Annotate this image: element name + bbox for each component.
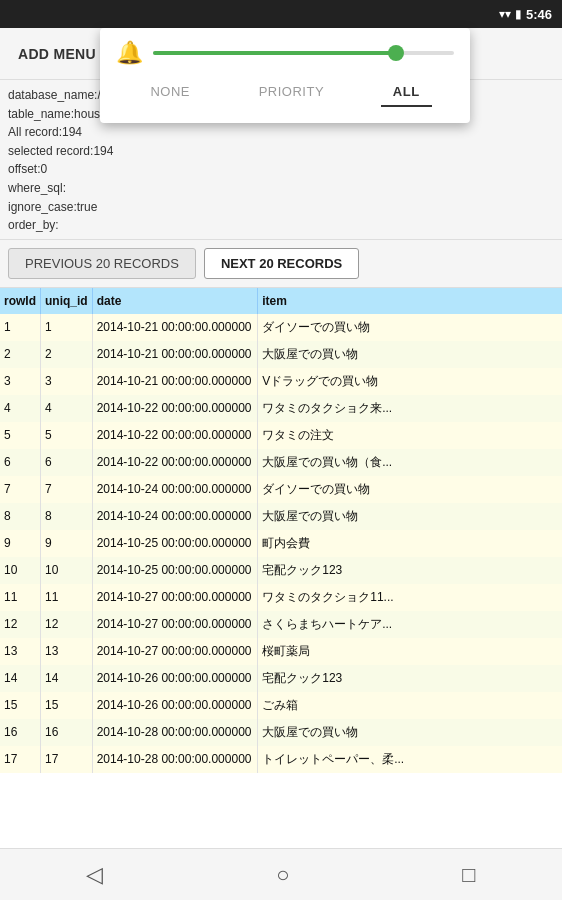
cell-item: さくらまちハートケア... bbox=[258, 611, 562, 638]
table-row[interactable]: 14142014-10-26 00:00:00.000000宅配クック123 bbox=[0, 665, 562, 692]
table-row[interactable]: 882014-10-24 00:00:00.000000大阪屋での買い物 bbox=[0, 503, 562, 530]
cell-item: 大阪屋での買い物 bbox=[258, 719, 562, 746]
cell-rowid: 17 bbox=[0, 746, 41, 773]
tab-all[interactable]: ALL bbox=[381, 78, 432, 107]
notification-tabs: NONE PRIORITY ALL bbox=[100, 74, 470, 107]
cell-item: ダイソーでの買い物 bbox=[258, 476, 562, 503]
cell-uniqid: 11 bbox=[41, 584, 93, 611]
tab-none[interactable]: NONE bbox=[138, 78, 202, 107]
cell-uniqid: 16 bbox=[41, 719, 93, 746]
cell-date: 2014-10-21 00:00:00.000000 bbox=[92, 368, 258, 395]
slider-thumb bbox=[388, 45, 404, 61]
info-selected-record: selected record:194 bbox=[8, 142, 554, 161]
cell-rowid: 9 bbox=[0, 530, 41, 557]
nav-buttons: PREVIOUS 20 RECORDS NEXT 20 RECORDS bbox=[0, 240, 562, 288]
cell-date: 2014-10-28 00:00:00.000000 bbox=[92, 719, 258, 746]
table-row[interactable]: 772014-10-24 00:00:00.000000ダイソーでの買い物 bbox=[0, 476, 562, 503]
cell-item: 町内会費 bbox=[258, 530, 562, 557]
cell-item: 宅配クック123 bbox=[258, 557, 562, 584]
table-header-row: rowId uniq_id date item bbox=[0, 288, 562, 314]
cell-date: 2014-10-26 00:00:00.000000 bbox=[92, 692, 258, 719]
cell-rowid: 1 bbox=[0, 314, 41, 341]
table-row[interactable]: 13132014-10-27 00:00:00.000000桜町薬局 bbox=[0, 638, 562, 665]
tab-priority[interactable]: PRIORITY bbox=[247, 78, 336, 107]
table-row[interactable]: 10102014-10-25 00:00:00.000000宅配クック123 bbox=[0, 557, 562, 584]
cell-rowid: 8 bbox=[0, 503, 41, 530]
data-table: rowId uniq_id date item 112014-10-21 00:… bbox=[0, 288, 562, 773]
cell-item: 大阪屋での買い物 bbox=[258, 341, 562, 368]
cell-rowid: 7 bbox=[0, 476, 41, 503]
bottom-nav: ◁ ○ □ bbox=[0, 848, 562, 900]
next-records-button[interactable]: NEXT 20 RECORDS bbox=[204, 248, 359, 279]
cell-uniqid: 17 bbox=[41, 746, 93, 773]
bell-row: 🔔 bbox=[100, 28, 470, 74]
notification-slider[interactable] bbox=[153, 51, 454, 55]
col-header-uniqid: uniq_id bbox=[41, 288, 93, 314]
table-row[interactable]: 332014-10-21 00:00:00.000000Vドラッグでの買い物 bbox=[0, 368, 562, 395]
prev-records-button[interactable]: PREVIOUS 20 RECORDS bbox=[8, 248, 196, 279]
cell-date: 2014-10-27 00:00:00.000000 bbox=[92, 638, 258, 665]
cell-rowid: 16 bbox=[0, 719, 41, 746]
cell-date: 2014-10-25 00:00:00.000000 bbox=[92, 557, 258, 584]
cell-rowid: 4 bbox=[0, 395, 41, 422]
cell-item: ワタミの注文 bbox=[258, 422, 562, 449]
table-row[interactable]: 552014-10-22 00:00:00.000000ワタミの注文 bbox=[0, 422, 562, 449]
cell-item: ごみ箱 bbox=[258, 692, 562, 719]
cell-uniqid: 6 bbox=[41, 449, 93, 476]
table-row[interactable]: 11112014-10-27 00:00:00.000000ワタミのタクショク1… bbox=[0, 584, 562, 611]
home-button[interactable]: ○ bbox=[256, 854, 309, 896]
col-header-date: date bbox=[92, 288, 258, 314]
notification-dropdown: 🔔 NONE PRIORITY ALL bbox=[100, 28, 470, 123]
cell-date: 2014-10-21 00:00:00.000000 bbox=[92, 341, 258, 368]
cell-uniqid: 10 bbox=[41, 557, 93, 584]
cell-rowid: 6 bbox=[0, 449, 41, 476]
cell-date: 2014-10-26 00:00:00.000000 bbox=[92, 665, 258, 692]
cell-uniqid: 3 bbox=[41, 368, 93, 395]
cell-date: 2014-10-22 00:00:00.000000 bbox=[92, 449, 258, 476]
table-row[interactable]: 222014-10-21 00:00:00.000000大阪屋での買い物 bbox=[0, 341, 562, 368]
cell-rowid: 5 bbox=[0, 422, 41, 449]
col-header-item: item bbox=[258, 288, 562, 314]
cell-date: 2014-10-24 00:00:00.000000 bbox=[92, 503, 258, 530]
table-row[interactable]: 17172014-10-28 00:00:00.000000トイレットペーパー、… bbox=[0, 746, 562, 773]
cell-item: ワタミのタクショク来... bbox=[258, 395, 562, 422]
cell-item: 宅配クック123 bbox=[258, 665, 562, 692]
cell-item: ダイソーでの買い物 bbox=[258, 314, 562, 341]
cell-rowid: 12 bbox=[0, 611, 41, 638]
table-row[interactable]: 112014-10-21 00:00:00.000000ダイソーでの買い物 bbox=[0, 314, 562, 341]
cell-rowid: 3 bbox=[0, 368, 41, 395]
table-row[interactable]: 16162014-10-28 00:00:00.000000大阪屋での買い物 bbox=[0, 719, 562, 746]
col-header-rowid: rowId bbox=[0, 288, 41, 314]
cell-uniqid: 14 bbox=[41, 665, 93, 692]
table-row[interactable]: 12122014-10-27 00:00:00.000000さくらまちハートケア… bbox=[0, 611, 562, 638]
cell-uniqid: 5 bbox=[41, 422, 93, 449]
cell-uniqid: 1 bbox=[41, 314, 93, 341]
cell-date: 2014-10-21 00:00:00.000000 bbox=[92, 314, 258, 341]
status-time: 5:46 bbox=[526, 7, 552, 22]
cell-date: 2014-10-27 00:00:00.000000 bbox=[92, 584, 258, 611]
cell-date: 2014-10-27 00:00:00.000000 bbox=[92, 611, 258, 638]
cell-rowid: 15 bbox=[0, 692, 41, 719]
table-row[interactable]: 992014-10-25 00:00:00.000000町内会費 bbox=[0, 530, 562, 557]
recents-button[interactable]: □ bbox=[442, 854, 495, 896]
add-menu-button[interactable]: ADD MENU bbox=[8, 40, 106, 68]
cell-rowid: 13 bbox=[0, 638, 41, 665]
cell-uniqid: 9 bbox=[41, 530, 93, 557]
table-row[interactable]: 662014-10-22 00:00:00.000000大阪屋での買い物（食..… bbox=[0, 449, 562, 476]
cell-date: 2014-10-25 00:00:00.000000 bbox=[92, 530, 258, 557]
cell-uniqid: 2 bbox=[41, 341, 93, 368]
cell-uniqid: 4 bbox=[41, 395, 93, 422]
table-row[interactable]: 442014-10-22 00:00:00.000000ワタミのタクショク来..… bbox=[0, 395, 562, 422]
cell-rowid: 10 bbox=[0, 557, 41, 584]
cell-item: 大阪屋での買い物 bbox=[258, 503, 562, 530]
cell-item: ワタミのタクショク11... bbox=[258, 584, 562, 611]
cell-uniqid: 12 bbox=[41, 611, 93, 638]
slider-fill bbox=[153, 51, 394, 55]
back-button[interactable]: ◁ bbox=[66, 854, 123, 896]
cell-date: 2014-10-28 00:00:00.000000 bbox=[92, 746, 258, 773]
cell-rowid: 14 bbox=[0, 665, 41, 692]
table-row[interactable]: 15152014-10-26 00:00:00.000000ごみ箱 bbox=[0, 692, 562, 719]
info-order-by: order_by: bbox=[8, 216, 554, 235]
cell-item: 大阪屋での買い物（食... bbox=[258, 449, 562, 476]
info-offset: offset:0 bbox=[8, 160, 554, 179]
